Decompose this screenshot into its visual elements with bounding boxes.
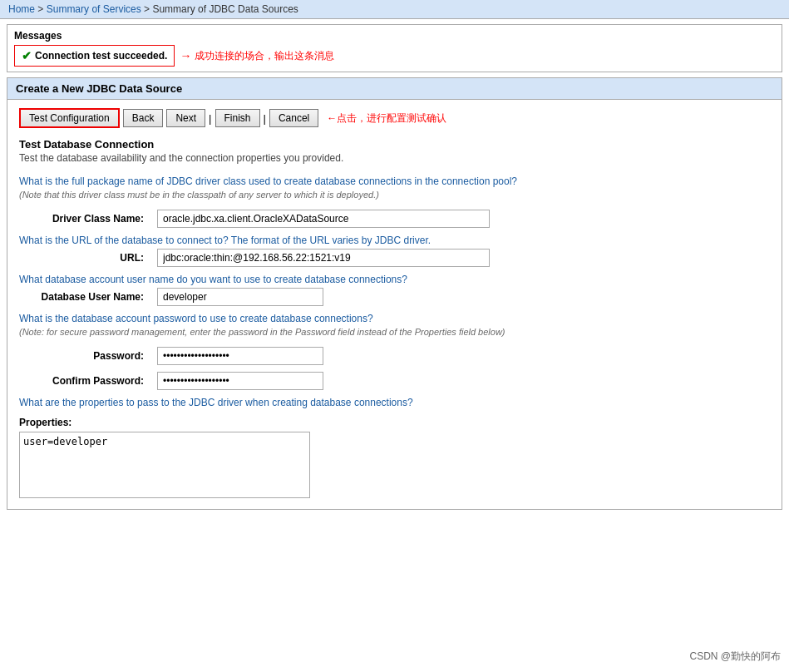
url-label: URL:	[19, 252, 144, 264]
q2-text: What is the URL of the database to conne…	[19, 235, 770, 246]
test-configuration-button[interactable]: Test Configuration	[19, 108, 120, 128]
confirm-password-label: Confirm Password:	[19, 375, 144, 387]
success-message-row: ✔ Connection test succeeded. → 成功连接的场合，输…	[14, 45, 775, 67]
driver-class-input[interactable]	[157, 210, 490, 228]
db-user-row: Database User Name:	[19, 288, 770, 306]
next-button[interactable]: Next	[166, 109, 205, 127]
url-row: URL:	[19, 249, 770, 267]
back-button[interactable]: Back	[123, 109, 164, 127]
breadcrumb-services-link[interactable]: Summary of Services	[47, 3, 141, 15]
success-box: ✔ Connection test succeeded.	[14, 45, 175, 67]
url-input[interactable]	[157, 249, 490, 267]
password-input[interactable]	[157, 347, 323, 365]
finish-button[interactable]: Finish	[215, 109, 260, 127]
q1-note: (Note that this driver class must be in …	[19, 190, 770, 200]
password-row: Password:	[19, 347, 770, 365]
db-user-label: Database User Name:	[19, 291, 144, 303]
success-text: Connection test succeeded.	[35, 50, 167, 62]
password-label: Password:	[19, 350, 144, 362]
properties-section: Properties: user=developer	[19, 417, 770, 501]
driver-class-row: Driver Class Name:	[19, 210, 770, 228]
success-annotation: → 成功连接的场合，输出这条消息	[180, 49, 334, 63]
section-subtitle: Test the database availability and the c…	[19, 152, 770, 164]
q5-text: What are the properties to pass to the J…	[19, 397, 770, 408]
cancel-button[interactable]: Cancel	[269, 109, 318, 127]
confirm-password-input[interactable]	[157, 372, 323, 390]
driver-class-label: Driver Class Name:	[19, 213, 144, 225]
properties-label: Properties:	[19, 417, 770, 428]
q3-text: What database account user name do you w…	[19, 274, 770, 285]
main-panel: Create a New JDBC Data Source Test Confi…	[7, 77, 782, 510]
check-icon: ✔	[22, 49, 32, 62]
q4-note: (Note: for secure password management, e…	[19, 327, 770, 337]
breadcrumb-home-link[interactable]: Home	[8, 3, 35, 15]
confirm-password-row: Confirm Password:	[19, 372, 770, 390]
db-user-input[interactable]	[157, 288, 323, 306]
breadcrumb-current: Summary of JDBC Data Sources	[152, 3, 298, 15]
panel-title: Create a New JDBC Data Source	[7, 78, 782, 100]
properties-textarea[interactable]: user=developer	[19, 432, 310, 498]
click-annotation: ← 点击，进行配置测试确认	[327, 111, 446, 126]
breadcrumb: Home > Summary of Services > Summary of …	[0, 0, 789, 19]
toolbar: Test Configuration Back Next | Finish | …	[19, 108, 770, 128]
messages-title: Messages	[14, 30, 775, 42]
q1-text: What is the full package name of JDBC dr…	[19, 175, 770, 187]
messages-panel: Messages ✔ Connection test succeeded. → …	[7, 24, 782, 72]
panel-body: Test Configuration Back Next | Finish | …	[7, 100, 782, 509]
section-title: Test Database Connection	[19, 138, 770, 151]
q4-text: What is the database account password to…	[19, 313, 770, 324]
